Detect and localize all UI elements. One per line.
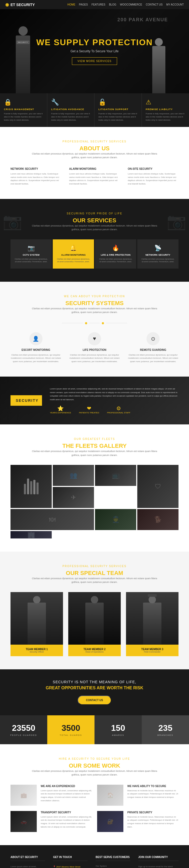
work-subtitle: HIRE A SECURITY TO SECURE YOUR LIFE (10, 757, 179, 760)
feature-premise: PREMISE LIABILITY Fuente is fully respon… (142, 93, 189, 127)
service-network[interactable]: NETWORK SECURITY Claritas est etiam proc… (137, 239, 179, 269)
hero-section: 200 PARK AVENUE SECURITY WE SUPPLY PROTE… (0, 9, 189, 93)
work-item-transport: 🚗 TRANSPORT SECURITY Lorem ipsum dolor s… (10, 811, 92, 832)
work-transport-text: Lorem ipsum dolor sit amet, consectetur … (41, 815, 92, 829)
work-item-experienced: 💼 WE ARE AN EXPERIENCED Lorem ipsum dolo… (10, 785, 92, 806)
counter-guards: 3500 TOTAL GUARDS (47, 715, 95, 744)
team-grid: TEAM MEMBER 1 Security Officer TEAM MEMB… (10, 592, 179, 656)
about-subtitle: PROFESSIONAL SECURITY SERVICES (10, 140, 179, 143)
counter-awards-label: AWARDS (100, 734, 137, 736)
stats-banner-content: SECURITY Lorem ipsum dolor sit amet, con… (10, 387, 179, 414)
quote-text: SECURITY IS NOT THE MEANING OF LIFE, (10, 680, 179, 684)
hero-cta-button[interactable]: VIEW MORE SERVICES (72, 57, 117, 65)
counter-branches: 235 BRANCHES (142, 715, 189, 744)
gallery-header: OUR GREATEST FLEETS THE FLEETS GALLERY C… (10, 438, 179, 457)
service-cctv-title: CCTV SYSTEM (14, 254, 48, 256)
gallery-item[interactable]: 🛡 (137, 465, 179, 508)
work-content-transport: TRANSPORT SECURITY Lorem ipsum dolor sit… (41, 811, 92, 829)
work-item-private: 🔐 PRIVATE SECURITY Maecenas et molestie … (97, 811, 179, 832)
gallery-description: Claritas est etiam processus dynamicus, … (29, 450, 160, 457)
feature-crisis-text: Fuente is fully responsive, you can view… (4, 112, 43, 122)
service-network-desc: Claritas est etiam processus dynamicus, … (141, 258, 175, 263)
escort-icon: 👤 (29, 332, 42, 345)
counter-awards-num: 150 (100, 723, 137, 733)
stats-banner: SECURITY Lorem ipsum dolor sit amet, con… (0, 377, 189, 425)
work-private-text: Maecenas et molestie lacus. Maecenas max… (127, 815, 179, 829)
counter-awards: 150 AWARDS (95, 715, 142, 744)
about-columns: NETWORK SECURITY Lorem sed risus ultrici… (10, 167, 179, 186)
nav-features[interactable]: FEATURES (91, 3, 106, 6)
gallery-item[interactable]: 📺 (95, 465, 136, 486)
gallery-item[interactable]: 👥 (53, 465, 94, 486)
footer-link-system[interactable]: Our System (96, 865, 130, 867)
about-col-alarm-text: Lorem sed risus ultricies tristique null… (69, 173, 120, 186)
site-logo[interactable]: ◉ ET SECURITY (5, 2, 35, 7)
gallery-item[interactable]: 🍽 (10, 509, 94, 530)
stat-staff-label: PROFESSIONAL STAFF (107, 411, 130, 414)
feature-litigation-avoid-text: Fuente is fully responsive, you can view… (51, 112, 90, 122)
address-icon: 📍 (53, 866, 56, 868)
gallery-title: THE FLEETS GALLERY (10, 442, 179, 450)
hero-content: WE SUPPLY PROTECTION Get a Security To S… (36, 38, 153, 65)
system-life-title: LIFE PROTECTION (69, 348, 120, 351)
nav-woocommerce[interactable]: WOOCOMMERCE (120, 3, 142, 6)
nav-pages[interactable]: PAGES (79, 3, 88, 6)
footer-contact-details: 📍 2547 Alicemo West Street Nationals, Un… (53, 865, 88, 868)
feature-litigation-avoid: LITIGATION AVOIDANCE Fuente is fully res… (47, 93, 95, 127)
quote-contact-button[interactable]: CONTACT US (78, 695, 112, 705)
footer-community: Join Our Community Sign up to receive em… (138, 856, 179, 868)
team-member-3-name: TEAM MEMBER 3 (129, 648, 175, 651)
about-col-network-title: NETWORK SECURITY (10, 167, 61, 170)
gallery-item[interactable]: ✈ (53, 487, 94, 508)
team-member-1: TEAM MEMBER 1 Security Officer (10, 592, 63, 656)
hero-address: 200 PARK AVENUE (117, 17, 168, 23)
about-col-onsite-text: Lorem sed risus ultricies tristique null… (128, 173, 179, 186)
nav-blog[interactable]: BLOG (109, 3, 116, 6)
gallery-item[interactable] (10, 465, 52, 508)
nav-contact[interactable]: CONTACT US (146, 3, 162, 6)
gallery-item[interactable]: 👮 (95, 509, 136, 530)
nav-home[interactable]: HOME (68, 3, 75, 6)
footer-community-title: Join Our Community (138, 856, 179, 861)
stats-text: Lorem ipsum dolor sit amet, consectetur … (50, 387, 179, 401)
system-escort-title: ESCORT MONITORING (10, 348, 61, 351)
service-alarm-title: ALARM MONITORING (56, 254, 91, 256)
team-member-2-name: TEAM MEMBER 2 (71, 648, 118, 651)
work-ability-title: WE HAVE ABILITY TO SECURE (127, 785, 179, 787)
work-img-experienced: 💼 (10, 785, 37, 806)
about-col-onsite-title: ON-SITE SECURITY (128, 167, 179, 170)
footer-grid: About ET Security Lorem ipsum dolor sit … (10, 856, 179, 868)
counter-people: 23550 PEOPLE GUARDED (0, 715, 47, 744)
gallery-item[interactable]: 🐕 (137, 509, 179, 530)
hero-badge: SECURITY (16, 41, 29, 44)
gallery-item[interactable]: 🏢 (10, 531, 52, 538)
work-transport-title: TRANSPORT SECURITY (41, 811, 92, 814)
work-grid: 💼 WE ARE AN EXPERIENCED Lorem ipsum dolo… (10, 785, 179, 832)
team-member-2-role: Head of Operations (71, 651, 118, 653)
gear-stat-icon (107, 405, 130, 411)
team-title: OUR SPECIAL TEAM (10, 570, 179, 577)
footer-about-title: About ET Security (10, 856, 45, 861)
feature-premise-text: Fuente is fully responsive, you can view… (146, 112, 185, 122)
about-col-network: NETWORK SECURITY Lorem sed risus ultrici… (10, 167, 61, 186)
nav-account[interactable]: MY ACCOUNT (166, 3, 184, 6)
stats-text-block: Lorem ipsum dolor sit amet, consectetur … (50, 387, 179, 414)
service-alarm[interactable]: ALARM MONITORING Claritas est etiam proc… (53, 239, 94, 269)
about-title: ABOUT US (10, 145, 179, 152)
team-member-1-photo (10, 592, 63, 645)
about-col-network-text: Lorem sed risus ultricies tristique null… (10, 173, 61, 186)
service-fire[interactable]: LIFE & FIRE PROTECTION Claritas est etia… (95, 239, 136, 269)
work-img-transport: 🚗 (10, 811, 37, 832)
feature-crisis-title: CRISIS MANAGEMENT (4, 108, 43, 111)
about-description: Claritas est etiam processus dynamicus, … (29, 152, 160, 159)
work-content-experienced: WE ARE AN EXPERIENCED Lorem ipsum dolor … (41, 785, 92, 803)
team-member-2-info: TEAM MEMBER 2 Head of Operations (68, 645, 121, 656)
team-member-1-info: TEAM MEMBER 1 Security Officer (10, 645, 63, 656)
footer-community-text: Sign up to receive email for the latest … (138, 865, 179, 868)
gallery-section: OUR GREATEST FLEETS THE FLEETS GALLERY C… (0, 425, 189, 552)
security-systems-description: Claritas est etiam processus dynamicus, … (29, 307, 160, 314)
services-section: 📷 📷 SECURING YOUR PRIDE OF LIFE OUR SERV… (0, 199, 189, 282)
service-cctv[interactable]: CCTV SYSTEM Claritas est etiam processus… (10, 239, 52, 269)
services-description: Claritas est etiam processus dynamicus, … (29, 224, 160, 231)
about-col-alarm: ALARM MONITORING Lorem sed risus ultrici… (69, 167, 120, 186)
